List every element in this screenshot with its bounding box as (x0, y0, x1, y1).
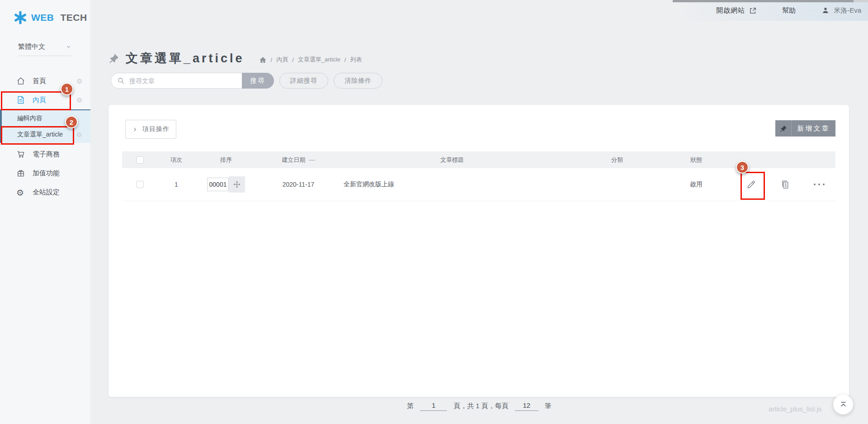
help-label: 幫助 (782, 6, 796, 15)
top-scrollbar-thumb[interactable] (673, 0, 854, 2)
header-created[interactable]: 建立日期— (258, 156, 339, 164)
help-link[interactable]: 幫助 (782, 6, 796, 15)
breadcrumb-home-icon[interactable] (259, 56, 267, 64)
ellipsis-icon[interactable] (814, 184, 825, 185)
table-header-row: 項次 排序 建立日期— 文章標題 分類 狀態 (122, 151, 835, 168)
annotation-step-badge: 3 (736, 161, 749, 174)
chevron-down-icon (66, 44, 71, 50)
drag-handle[interactable] (229, 176, 245, 193)
sidebar-subitem-label: 編輯內容 (17, 114, 42, 122)
add-article-group: 新增文章 (775, 120, 835, 137)
edit-pencil-icon[interactable] (746, 179, 756, 190)
list-card: 項目操作 新增文章 項次 排序 建立日期— 文章標題 分類 狀態 (108, 105, 849, 397)
sidebar-item-label: 內頁 (33, 96, 46, 104)
user-icon (821, 6, 830, 14)
favorite-pin-button[interactable] (775, 120, 792, 137)
annotation-step-badge: 1 (61, 83, 73, 95)
row-checkbox[interactable] (137, 181, 144, 188)
asterisk-logo-icon (14, 11, 27, 24)
sidebar-subitem-article-menu[interactable]: 文章選單_article ⚙ (2, 127, 90, 143)
gear-icon: ⚙ (16, 188, 25, 197)
sidebar-item-label: 電子商務 (33, 150, 60, 159)
header-sort: 排序 (194, 156, 258, 164)
cart-icon (16, 150, 25, 159)
breadcrumb-item[interactable]: 內頁 (276, 56, 288, 64)
header-title: 文章標題 (339, 156, 565, 164)
user-menu[interactable]: 米洛-Eva (821, 6, 861, 15)
pagination-prefix: 第 (407, 402, 414, 410)
gear-icon[interactable]: ⚙ (76, 96, 84, 104)
row-actions (723, 179, 835, 190)
sidebar-item-addons[interactable]: 加值功能 (0, 164, 90, 183)
sort-indicator: — (309, 156, 315, 163)
header-created-label: 建立日期 (282, 156, 306, 163)
app-window: WEB TECH 繁體中文 首頁 ⚙ 內頁 ⚙ 編輯內容 (0, 0, 868, 424)
gear-icon[interactable]: ⚙ (76, 131, 84, 139)
sidebar: WEB TECH 繁體中文 首頁 ⚙ 內頁 ⚙ 編輯內容 (0, 0, 90, 424)
bulk-actions-label: 項目操作 (142, 125, 170, 133)
logo-text-tech: TECH (61, 12, 87, 23)
copy-icon[interactable] (780, 179, 790, 190)
gear-icon[interactable]: ⚙ (76, 77, 84, 85)
row-created-date: 2020-11-17 (258, 181, 339, 188)
scroll-to-top-button[interactable] (833, 395, 853, 415)
pushpin-icon[interactable] (108, 53, 119, 64)
home-icon (16, 76, 25, 85)
topbar: 開啟網站 幫助 米洛-Eva (90, 0, 868, 21)
clear-filters-button[interactable]: 清除條件 (334, 73, 382, 89)
sidebar-menu-group2: 電子商務 加值功能 ⚙ 全站設定 (0, 145, 90, 202)
move-icon (233, 180, 241, 188)
annotation-step-badge: 2 (65, 116, 78, 128)
sidebar-item-inner-pages[interactable]: 內頁 ⚙ (0, 90, 90, 109)
breadcrumb-item[interactable]: 文章選單_article (298, 56, 340, 64)
sidebar-item-home[interactable]: 首頁 ⚙ (0, 71, 90, 90)
username-label: 米洛-Eva (834, 6, 861, 15)
search-input[interactable] (111, 73, 242, 89)
add-article-button[interactable]: 新增文章 (792, 120, 835, 137)
scroll-top-icon (839, 400, 848, 409)
logo-text-web: WEB (31, 12, 54, 23)
row-index: 1 (158, 181, 194, 188)
sidebar-subitem-label: 文章選單_article (17, 131, 63, 139)
page-header: 文章選單_article / 內頁 / 文章選單_article / 列表 (108, 49, 362, 68)
app-logo: WEB TECH (14, 11, 87, 24)
pushpin-icon (780, 125, 787, 132)
sort-order-input[interactable] (207, 178, 229, 191)
breadcrumb-separator: / (344, 57, 346, 63)
open-site-label: 開啟網站 (716, 6, 745, 15)
external-link-icon (749, 7, 757, 14)
breadcrumb-separator: / (292, 57, 294, 63)
sidebar-submenu: 編輯內容 文章選單_article ⚙ (0, 109, 90, 143)
breadcrumb-separator: / (271, 57, 273, 63)
top-scrollbar-track (854, 0, 868, 2)
script-filename: article_plus_list.js (769, 405, 822, 413)
header-category: 分類 (565, 156, 669, 164)
page-number-input[interactable] (420, 401, 447, 411)
sidebar-item-site-settings[interactable]: ⚙ 全站設定 (0, 183, 90, 202)
pagination-middle: 頁，共 1 頁，每頁 (453, 402, 509, 410)
row-article-title[interactable]: 全新官網改版上線 (339, 180, 565, 188)
row-status: 啟用 (669, 180, 723, 188)
search-bar: 搜尋 詳細搜尋 清除條件 (111, 73, 382, 89)
sidebar-item-label: 全站設定 (33, 188, 60, 197)
bulk-actions-button[interactable]: 項目操作 (125, 120, 176, 139)
per-page-input[interactable] (515, 401, 538, 411)
language-label: 繁體中文 (18, 42, 45, 51)
table-row: 1 2020-11-17 全新官網改版上線 啟用 (122, 168, 835, 201)
gift-icon (16, 169, 25, 178)
pagination: 第 頁，共 1 頁，每頁 筆 (90, 401, 868, 411)
breadcrumb-item: 列表 (350, 56, 362, 64)
row-sort-widget (194, 176, 258, 193)
sidebar-item-ecommerce[interactable]: 電子商務 (0, 145, 90, 164)
chevron-right-icon (132, 127, 138, 132)
search-button[interactable]: 搜尋 (242, 73, 274, 89)
breadcrumb: / 內頁 / 文章選單_article / 列表 (259, 56, 362, 64)
select-all-checkbox[interactable] (137, 156, 144, 164)
header-status: 狀態 (669, 156, 723, 164)
advanced-search-button[interactable]: 詳細搜尋 (279, 73, 328, 89)
language-selector[interactable]: 繁體中文 (18, 42, 71, 56)
search-pill: 搜尋 (111, 73, 274, 89)
page-title: 文章選單_article (126, 50, 245, 66)
sidebar-menu: 首頁 ⚙ 內頁 ⚙ 編輯內容 文章選單_article ⚙ (0, 71, 90, 202)
open-site-link[interactable]: 開啟網站 (716, 6, 757, 15)
